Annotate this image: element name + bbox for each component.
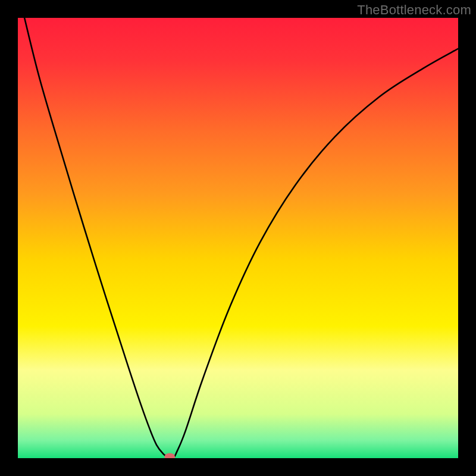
chart-frame: TheBottleneck.com (0, 0, 476, 476)
optimum-marker (164, 453, 175, 458)
plot-area (18, 18, 458, 458)
curve-layer (18, 18, 458, 458)
bottleneck-curve (24, 18, 458, 458)
watermark-text: TheBottleneck.com (357, 2, 471, 18)
